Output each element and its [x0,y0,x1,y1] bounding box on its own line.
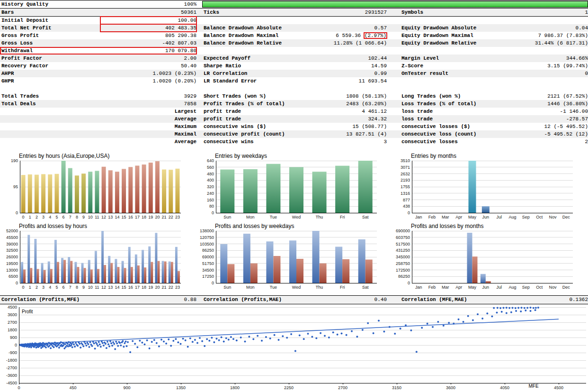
bar-loss [23,269,26,283]
scatter-point [232,338,234,340]
correlation-label: Correlation (MFE,MAE) [400,296,491,304]
bar-loss [472,256,478,283]
scatter-point [535,309,536,311]
bar-profit [108,256,110,283]
stat-value: 1 [491,9,588,16]
stats-row: Averageconsecutive wins3consecutive loss… [0,138,588,146]
scatter-point [49,345,51,346]
bar-loss [124,268,126,283]
bar-loss [164,262,167,283]
scatter-point [248,336,250,337]
y-tick-label: 900 [10,335,17,340]
bar [335,166,349,213]
y-tick-label: 69000 [202,255,214,259]
x-tick-label: Jul [496,215,502,219]
x-tick-label: Nov [549,215,557,219]
scatter-point [535,307,537,309]
x-tick-label: 22 [169,285,173,290]
stat-label: loss trade [400,108,491,115]
scatter-point [82,346,84,347]
scatter-point [373,332,374,334]
y-tick-label: 345000 [396,255,410,259]
x-tick-label: 8 [76,285,78,290]
stat-label: LR Standard Error [202,77,297,85]
stat-value: 2931527 [297,9,387,16]
bar-profit [243,234,250,283]
stats-row: Maximalconsecutive profit (count)13 827.… [0,130,588,138]
y-tick-label: 320 [207,184,214,189]
scatter-point [64,343,66,345]
scatter-point [525,310,526,311]
scatter-point [421,327,423,329]
bar-loss [227,264,234,283]
y-tick-label: 103500 [200,242,214,246]
x-tick-label: 2250 [284,385,294,390]
bar-profit [148,246,151,283]
scatter-point [328,337,330,338]
scatter-point [307,333,309,335]
stat-value: -402 807.03 [100,39,196,47]
highlight-box: (2.97%) [364,33,387,38]
stat-label: Equity Drawdown Maximal [400,32,491,39]
stat-value: 50361 [100,9,196,16]
x-tick-label: 14 [115,215,119,219]
bar [88,172,92,213]
x-tick-label: Fri [340,215,345,219]
scatter-point [303,338,305,340]
bar-profit [175,247,178,283]
chart-canvas: 0862501725002587503450004312505175006037… [392,221,588,292]
charts-grid: Entries by hours (Asia,Europe,USA) 09519… [0,151,588,292]
scatter-point [98,341,100,343]
quality-progressbar [202,1,588,8]
bar [108,170,113,213]
chart-profits-losses-by-hours: Profits and losses by hours 065001300019… [0,221,196,292]
stats-row: GHPR1.0020 (0.20%)LR Standard Error11 69… [0,77,588,85]
bar-profit [266,241,273,283]
scatter-point [521,307,523,309]
y-tick-label: 39000 [6,242,18,246]
y-tick-label: 2193 [401,178,410,182]
x-tick-label: Wed [292,215,301,219]
scatter-point [108,346,110,347]
bar [41,174,45,213]
stat-value: 12 (-5 495.52) [491,123,588,130]
y-tick-label: 4500 [8,305,17,310]
chart-title: Profits and losses by weekdays [215,223,294,229]
bar [149,163,153,213]
scatter-point [458,319,460,320]
correlation-label: Correlation (Profits,MAE) [202,296,297,304]
x-tick-label: Dec [562,215,570,219]
y-tick-label: 0 [16,210,18,215]
chart-canvas: 080160240320400480560640SunMonTueWedThuF… [196,151,392,221]
stats-row: Profit Factor2.00Expected Payoff102.44Ma… [0,55,588,62]
x-tick-label: Oct [536,215,543,219]
x-tick-label: 2700 [338,385,347,390]
bar [128,167,133,213]
y-tick-label: 2700 [8,320,17,325]
x-tick-label: 6 [62,215,65,219]
y-tick-label: 1800 [8,328,17,332]
stat-label: Balance Drawdown Absolute [202,24,297,32]
stat-label: LR Correlation [202,70,297,77]
scatter-point [106,347,107,349]
x-tick-label: 21 [162,215,167,219]
x-tick-label: 7 [69,285,71,290]
bar-loss [70,261,72,283]
x-tick-label: Jun [482,215,490,219]
scatter-point [282,335,284,337]
scatter-point [236,339,238,341]
chart-profits-losses-by-months: Profits and losses by months 08625017250… [392,221,588,292]
scatter-point [337,334,339,336]
scatter-point [50,347,52,349]
x-tick-label: May [468,215,477,219]
bar-loss [250,264,258,283]
stat-label: consecutive losses [400,138,491,146]
x-tick-label: 4050 [500,385,509,390]
x-tick-label: 2 [36,215,38,219]
scatter-point [208,340,210,342]
stat-label: Equity Drawdown Relative [400,39,491,47]
y-tick-label: 1316 [401,191,410,196]
scatter-point [315,337,317,339]
scatter-point [105,343,107,345]
stat-value: 1.0023 (0.23%) [100,70,196,77]
